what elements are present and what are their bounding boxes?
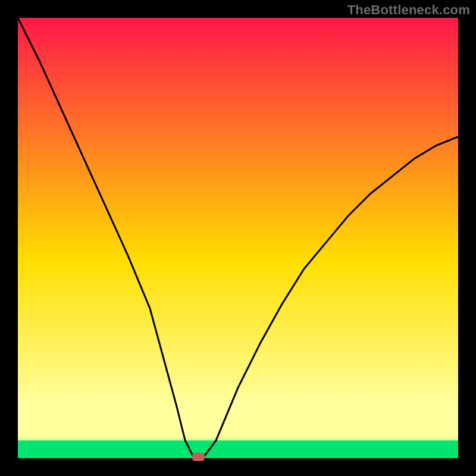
- optimal-marker: [192, 453, 205, 461]
- green-band: [18, 440, 458, 458]
- plot-background: [18, 18, 458, 458]
- bottleneck-plot: [0, 0, 476, 476]
- watermark-text: TheBottleneck.com: [347, 2, 470, 18]
- chart-stage: TheBottleneck.com: [0, 0, 476, 476]
